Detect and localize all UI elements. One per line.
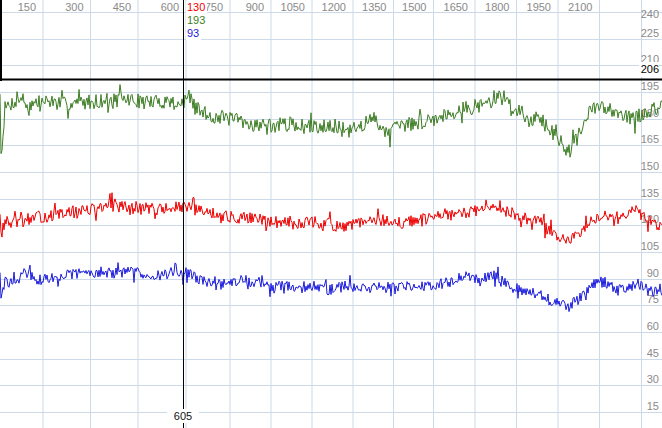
- series-red: [0, 193, 662, 244]
- crosshair-value-green: 193: [186, 14, 207, 27]
- crosshair-x-label: 605: [167, 409, 199, 423]
- crosshair-value-blue: 93: [186, 27, 201, 40]
- crosshair-line[interactable]: [183, 0, 184, 428]
- series-layer: [0, 0, 662, 428]
- price-chart[interactable]: 1503004506007509001050120013501500165018…: [0, 0, 662, 428]
- crosshair-value-red: 130: [186, 1, 207, 14]
- series-green: [0, 85, 662, 158]
- series-blue: [0, 263, 662, 312]
